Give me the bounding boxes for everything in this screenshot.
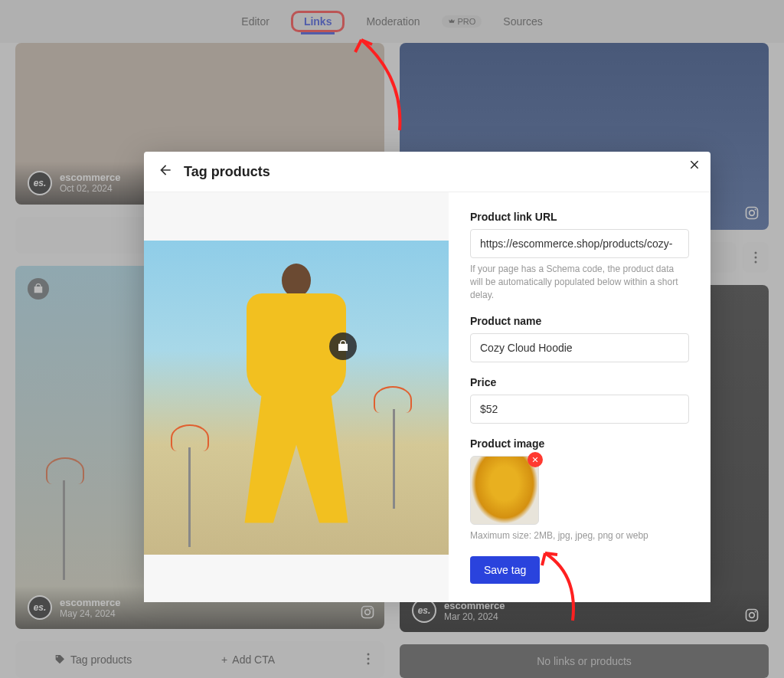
product-url-input[interactable] [470,229,689,258]
modal-title: Tag products [184,164,270,180]
price-label: Price [470,376,689,388]
tag-products-modal: Tag products Product link URL [144,152,710,588]
modal-preview [144,192,449,602]
image-label: Product image [470,437,689,450]
modal-header: Tag products [144,152,710,192]
modal-form: Product link URL If your page has a Sche… [449,192,710,602]
url-help: If your page has a Schema code, the prod… [470,263,689,301]
thumbnail-image [471,457,538,524]
preview-image[interactable] [144,241,449,555]
remove-image-button[interactable] [528,452,543,467]
back-button[interactable] [158,162,173,181]
arrow-left-icon [158,162,173,178]
close-icon [531,456,539,463]
product-name-input[interactable] [470,333,689,362]
product-hotspot[interactable] [329,332,357,360]
image-help: Maximum size: 2MB, jpg, jpeg, png or web… [470,529,689,542]
name-label: Product name [470,315,689,327]
url-label: Product link URL [470,211,689,223]
product-image-thumb[interactable] [470,456,539,525]
bag-icon [337,340,349,352]
close-button[interactable] [689,159,700,173]
save-tag-button[interactable]: Save tag [470,556,540,584]
product-price-input[interactable] [470,395,689,424]
close-icon [689,159,700,170]
modal-body: Product link URL If your page has a Sche… [144,192,710,602]
